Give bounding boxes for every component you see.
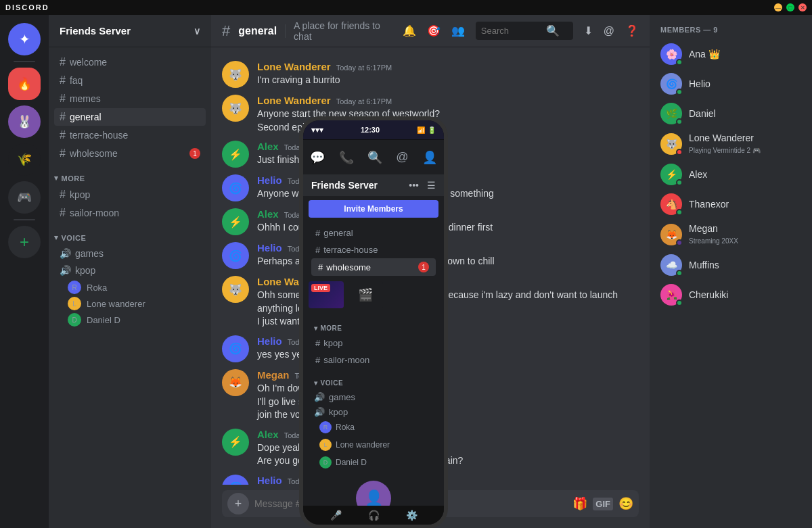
member-item-helio[interactable]: 🌀 Helio [655,69,807,99]
phone-nav-call[interactable]: 📞 [339,150,354,165]
phone-category-more[interactable]: ▾MORE [309,314,438,335]
status-dot [676,118,683,125]
phone-header: Friends Server ••• ☰ [303,174,444,196]
header-divider [285,24,286,38]
phone-voice-user-roka[interactable]: R Roka [319,420,438,435]
status-dot [676,89,683,95]
bell-icon[interactable]: 🔔 [403,24,416,37]
member-item-lone-wanderer[interactable]: 🐺 Lone Wanderer Playing Vermintide 2 🎮 [655,128,807,160]
search-input[interactable] [481,26,542,36]
phone-invite-button[interactable]: Invite Members [309,200,438,218]
phone-nav-at[interactable]: @ [396,150,408,164]
voice-user-avatar: L [68,297,81,310]
member-item-thanexor[interactable]: 🐴 Thanexor [655,189,807,219]
channel-item-faq[interactable]: # faq [54,72,206,89]
maximize-button[interactable]: □ [786,3,794,11]
search-box[interactable]: 🔍 [476,22,573,40]
gift-icon[interactable]: 🎁 [572,496,587,511]
member-name: Thanexor [689,199,729,210]
server-icon-3[interactable]: 🌾 [8,143,41,176]
phone-nav-chat[interactable]: 💬 [310,150,325,165]
phone-nav-profile[interactable]: 👤 [422,150,437,165]
phone-status-icons: 📶 🔋 [417,126,436,134]
members-icon[interactable]: 👥 [451,24,465,37]
voice-user-roka[interactable]: R Roka [49,279,211,295]
member-item-muffins[interactable]: ☁️ Muffins [655,250,807,280]
title-bar: DISCORD — □ ✕ [0,0,812,15]
channel-item-sailor-moon[interactable]: # sailor-moon [54,204,206,222]
phone-mic-icon[interactable]: 🎤 [330,510,342,521]
phone-voice-user-lone[interactable]: L Lone wanderer [319,437,438,452]
voice-user-avatar: D [68,313,81,327]
channel-name: wholesome [326,262,371,272]
voice-user-lone-wanderer[interactable]: L Lone wanderer [49,295,211,312]
member-item-alex[interactable]: ⚡ Alex [655,160,807,189]
phone-category-voice[interactable]: ▾VOICE [309,368,438,389]
avatar: 🦊 [222,369,249,396]
server-header[interactable]: Friends Server ∨ [49,15,211,47]
gif-icon[interactable]: GIF [593,498,613,510]
target-icon[interactable]: 🎯 [427,24,441,37]
window-controls[interactable]: — □ ✕ [774,3,807,11]
phone-channel-sailor-moon[interactable]: # sailor-moon [309,352,438,368]
voice-user-name: Roka [87,283,107,293]
phone-channel-terrace[interactable]: # terrace-house [309,241,438,258]
phone-voice-users: R Roka L Lone wanderer D Daniel D [309,420,438,470]
phone-settings-icon[interactable]: ⚙️ [406,510,418,521]
channel-item-terrace-house[interactable]: # terrace-house [54,126,206,144]
phone-channel-general[interactable]: # general [309,224,438,241]
member-item-megan[interactable]: 🦊 Megan Streaming 20XX [655,219,807,250]
unread-badge: 1 [189,148,200,159]
member-item-cherukiki[interactable]: 🌺 Cherukiki [655,280,807,310]
voice-user-name: Roka [336,423,355,432]
category-voice[interactable]: ▾ VOICE [49,222,211,245]
at-icon[interactable]: @ [604,25,614,37]
phone-channel-kpop[interactable]: # kpop [309,335,438,352]
discord-home-button[interactable]: ✦ [8,23,41,55]
hash-icon: # [315,355,320,365]
hash-icon: # [60,111,66,123]
avatar: 🐺 [222,95,249,122]
channel-item-memes[interactable]: # memes [54,90,206,107]
server-dropdown-icon[interactable]: ∨ [194,26,200,37]
phone-voice-user-daniel[interactable]: D Daniel D [319,455,438,470]
avatar: 🌀 [222,242,249,269]
member-item-daniel[interactable]: 🌿 Daniel [655,99,807,128]
member-item-ana[interactable]: 🌸 Ana 👑 [655,39,807,69]
help-icon[interactable]: ❓ [625,24,639,37]
channel-item-general[interactable]: # general [54,108,206,126]
download-icon[interactable]: ⬇ [584,24,593,37]
voice-channel-kpop[interactable]: 🔊 kpop [54,262,206,279]
hash-icon: # [60,189,66,201]
phone-ellipsis-icon[interactable]: ••• [409,180,419,191]
phone-channel-wholesome[interactable]: # wholesome 1 [311,258,436,276]
phone-hamburger-icon[interactable]: ☰ [427,180,436,191]
voice-channel-games[interactable]: 🔊 games [54,245,206,262]
server-icon-friends[interactable]: 🔥 [8,68,41,100]
channel-item-kpop[interactable]: # kpop [54,186,206,203]
speaker-icon: 🔊 [314,392,325,402]
server-icon-2[interactable]: 🐰 [8,105,41,138]
phone-headset-icon[interactable]: 🎧 [368,510,380,521]
hash-icon: # [60,93,66,105]
add-attachment-button[interactable]: + [227,493,249,514]
channel-item-welcome[interactable]: # welcome [54,53,206,71]
hash-icon: # [60,74,66,87]
category-more[interactable]: ▾ MORE [49,163,211,185]
member-info: Lone Wanderer Playing Vermintide 2 🎮 [689,133,761,155]
chat-header: # general A place for friends to chat 🔔 … [211,15,650,47]
phone-voice-kpop[interactable]: 🔊 kpop [314,405,433,419]
minimize-button[interactable]: — [774,3,782,11]
member-name: Helio [689,78,710,89]
phone-voice-games[interactable]: 🔊 games [314,390,433,404]
voice-user-daniel-d[interactable]: D Daniel D [49,312,211,328]
stream-thumbnail-1[interactable]: LIVE [309,281,344,308]
close-button[interactable]: ✕ [798,3,807,11]
server-icon-4[interactable]: 🎮 [8,181,41,214]
phone-nav-search[interactable]: 🔍 [367,150,382,165]
emoji-icon[interactable]: 😊 [618,496,633,511]
message-author: Helio [257,475,282,485]
add-server-button[interactable]: + [8,226,41,258]
chat-input-icons: 🎁 GIF 😊 [572,496,633,511]
channel-item-wholesome[interactable]: # wholesome 1 [54,145,206,162]
